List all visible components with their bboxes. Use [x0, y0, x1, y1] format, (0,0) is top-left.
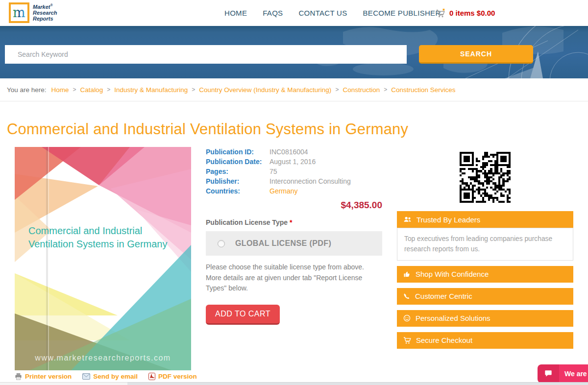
main-nav: HOME FAQS CONTACT US BECOME PUBLISHER: [224, 0, 441, 26]
detail-label: Countries:: [206, 186, 270, 196]
badge-trusted-by-leaders: Trusted By Leaders: [397, 211, 573, 228]
tab-section-left-segment: [0, 382, 127, 385]
license-help-text: Please choose the suitable license type …: [206, 262, 380, 294]
breadcrumb-industry-manufacturing[interactable]: Industry & Manufacturing: [114, 86, 188, 94]
badge-customer-centric: Customer Centric: [397, 288, 573, 305]
tab-section-top-edge: [0, 382, 588, 385]
detail-label: Publication ID:: [206, 147, 270, 157]
breadcrumb-construction[interactable]: Construction: [343, 86, 380, 94]
cover-watermark: www.marketresearchreports.com: [15, 354, 191, 362]
send-by-email-label: Send by email: [93, 373, 138, 380]
search-banner: SEARCH: [0, 26, 588, 78]
breadcrumb-separator: >: [335, 86, 339, 93]
search-button[interactable]: SEARCH: [419, 45, 533, 64]
add-to-cart-button[interactable]: ADD TO CART: [206, 305, 280, 325]
breadcrumb-prefix: You are here:: [7, 86, 47, 94]
publication-id-value: INC0816004: [270, 147, 382, 157]
breadcrumb-separator: >: [192, 86, 195, 93]
price: $4,385.00: [206, 200, 382, 211]
svg-text:m: m: [13, 5, 25, 20]
license-type-label: Publication License Type*: [206, 218, 382, 226]
chat-bubble-icon: [538, 364, 559, 383]
pdf-version-link[interactable]: PDF version: [148, 373, 197, 380]
cart-link[interactable]: 0 items $0.00: [435, 0, 495, 26]
pdf-version-label: PDF version: [158, 373, 197, 380]
badge-personalized-solutions: Personalized Solutions: [397, 310, 573, 327]
detail-row-countries: Countries: Germany: [206, 186, 382, 196]
breadcrumb-construction-services[interactable]: Construction Services: [391, 86, 455, 94]
right-sidebar: Trusted By Leaders Top executives from l…: [397, 147, 573, 354]
breadcrumb-catalog[interactable]: Catalog: [80, 86, 103, 94]
breadcrumb-separator: >: [107, 86, 110, 93]
phone-icon: [403, 292, 411, 300]
trusted-by-leaders-info: Top executives from leading companies pu…: [397, 228, 573, 261]
breadcrumb-separator: >: [384, 86, 387, 93]
license-option-global[interactable]: GLOBAL LICENSE (PDF): [206, 231, 382, 256]
breadcrumb: You are here: Home > Catalog > Industry …: [0, 78, 588, 101]
site-logo[interactable]: m Market® Research Reports: [9, 2, 57, 23]
send-by-email-link[interactable]: Send by email: [82, 373, 138, 380]
required-asterisk: *: [290, 218, 292, 226]
live-chat-widget[interactable]: We are: [538, 364, 588, 383]
product-page: m Market® Research Reports HOME FAQS CON…: [0, 0, 588, 385]
nav-faqs[interactable]: FAQS: [263, 9, 283, 17]
cart-count: 0 items $0.00: [449, 9, 495, 17]
badge-label: Customer Centric: [415, 292, 472, 300]
badge-shop-with-confidence: Shop With Confidence: [397, 266, 573, 283]
nav-become-publisher[interactable]: BECOME PUBLISHER: [363, 9, 441, 17]
detail-row-publisher: Publisher: Interconnection Consulting: [206, 176, 382, 186]
breadcrumb-separator: >: [73, 86, 76, 93]
users-icon: [403, 215, 412, 224]
detail-row-pages: Pages: 75: [206, 167, 382, 176]
document-actions: Printer version Send by email PDF versio…: [15, 373, 197, 380]
nav-contact-us[interactable]: CONTACT US: [298, 9, 347, 17]
detail-label: Publication Date:: [206, 157, 270, 167]
cart-icon: [403, 336, 412, 345]
detail-label: Pages:: [206, 167, 270, 176]
cover-geometric-art: [15, 147, 191, 370]
publication-date-value: August 1, 2016: [270, 157, 382, 167]
report-cover-image: Commercial and Industrial Ventilation Sy…: [15, 147, 191, 370]
breadcrumb-home[interactable]: Home: [51, 86, 69, 94]
cart-icon: [435, 8, 446, 19]
logo-m-icon: m: [9, 2, 29, 23]
license-option-label: GLOBAL LICENSE (PDF): [235, 239, 331, 248]
badge-label: Trusted By Leaders: [416, 216, 480, 224]
badge-label: Personalized Solutions: [416, 314, 490, 322]
logo-text: Market® Research Reports: [33, 3, 57, 22]
detail-label: Publisher:: [206, 176, 270, 186]
smiley-icon: [403, 314, 411, 322]
cover-title: Commercial and Industrial Ventilation Sy…: [28, 224, 180, 251]
printer-icon: [15, 373, 22, 380]
badge-label: Secure Checkout: [416, 336, 472, 344]
detail-row-publication-date: Publication Date: August 1, 2016: [206, 157, 382, 167]
country-germany-link[interactable]: Germany: [270, 186, 382, 196]
pages-value: 75: [270, 167, 382, 176]
publisher-value: Interconnection Consulting: [270, 176, 382, 186]
page-title: Commercial and Industrial Ventilation Sy…: [7, 120, 546, 138]
nav-home[interactable]: HOME: [224, 9, 247, 17]
printer-version-link[interactable]: Printer version: [15, 373, 72, 380]
breadcrumb-country-overview[interactable]: Country Overview (Industry & Manufacturi…: [199, 86, 331, 94]
search-input[interactable]: [5, 45, 407, 64]
publication-details: Publication ID: INC0816004 Publication D…: [206, 147, 382, 325]
detail-row-publication-id: Publication ID: INC0816004: [206, 147, 382, 157]
chat-label: We are: [559, 364, 588, 383]
email-icon: [82, 373, 90, 380]
badge-label: Shop With Confidence: [416, 270, 489, 278]
printer-version-label: Printer version: [25, 373, 72, 380]
top-header: m Market® Research Reports HOME FAQS CON…: [0, 0, 588, 26]
pdf-icon: [148, 373, 155, 380]
qr-code: [460, 152, 511, 203]
thumbs-up-icon: [403, 270, 411, 278]
badge-secure-checkout: Secure Checkout: [397, 332, 573, 349]
license-radio[interactable]: [218, 240, 225, 247]
